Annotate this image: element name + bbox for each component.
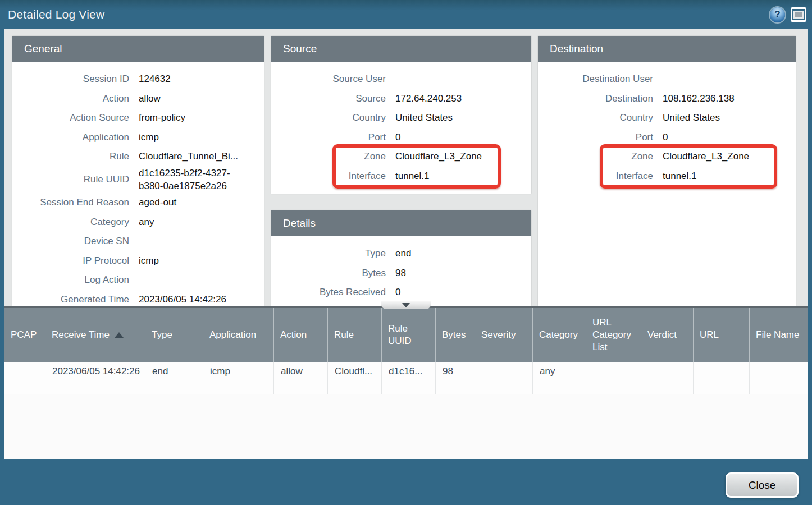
field-row-destination: Destination108.162.236.138	[538, 89, 796, 109]
column-header-severity[interactable]: Severity	[475, 308, 532, 362]
field-label: IP Protocol	[12, 255, 129, 267]
field-value: icmp	[139, 131, 159, 144]
column-header-category[interactable]: Category	[532, 308, 586, 362]
column-header-verdict[interactable]: Verdict	[641, 308, 693, 362]
field-label: Zone	[271, 151, 386, 162]
column-label: URL	[700, 329, 719, 341]
column-label: Severity	[481, 329, 516, 341]
column-header-receive-time[interactable]: Receive Time	[45, 308, 145, 362]
close-button[interactable]: Close	[726, 472, 799, 498]
column-header-url-category-list[interactable]: URL Category List	[586, 308, 641, 362]
cell-file-name	[749, 362, 808, 394]
field-value: tunnel.1	[663, 169, 697, 183]
field-row-generated-time: Generated Time2023/06/05 14:42:26	[12, 290, 264, 306]
details-panel-body: Typeend Bytes98 Bytes Received0	[271, 236, 531, 306]
title-bar-icons: ?	[770, 7, 806, 22]
field-row-country: CountryUnited States	[538, 108, 796, 128]
dialog-body: General Session ID124632 Actionallow Act…	[4, 29, 808, 459]
field-row-bytes: Bytes98	[271, 264, 531, 283]
cell-rule-uuid: d1c16...	[381, 362, 435, 394]
column-header-type[interactable]: Type	[145, 308, 203, 362]
general-panel-body: Session ID124632 Actionallow Action Sour…	[12, 62, 264, 306]
field-value: United States	[663, 111, 720, 125]
field-value: allow	[139, 92, 161, 105]
field-row-source-user: Source User	[271, 70, 531, 89]
detail-panels-area: General Session ID124632 Actionallow Act…	[4, 29, 808, 306]
field-label: Bytes Received	[271, 287, 386, 298]
cell-severity	[475, 362, 532, 394]
dialog-footer: Close	[0, 459, 812, 505]
column-header-bytes[interactable]: Bytes	[435, 308, 475, 362]
cell-url	[693, 362, 749, 394]
field-row-session-end-reason: Session End Reasonaged-out	[12, 193, 264, 213]
field-value: 108.162.236.138	[663, 92, 735, 105]
field-value: tunnel.1	[395, 169, 430, 183]
field-row-action-source: Action Sourcefrom-policy	[12, 108, 264, 128]
general-column: General Session ID124632 Actionallow Act…	[12, 36, 264, 306]
field-label: Device SN	[12, 236, 129, 247]
field-row-device-sn: Device SN	[12, 232, 264, 251]
field-label: Generated Time	[12, 294, 129, 305]
column-header-application[interactable]: Application	[203, 308, 273, 362]
field-label: Destination	[538, 93, 653, 104]
field-label: Session End Reason	[12, 197, 129, 208]
destination-panel: Destination Destination User Destination…	[538, 36, 796, 306]
field-row-application: Applicationicmp	[12, 128, 264, 148]
field-row-source: Source172.64.240.253	[271, 89, 531, 109]
field-row-port: Port0	[538, 128, 796, 148]
cell-action: allow	[273, 362, 327, 394]
column-header-action[interactable]: Action	[273, 308, 327, 362]
field-label: Source User	[271, 74, 386, 85]
field-row-type: Typeend	[271, 244, 531, 264]
field-row-zone: ZoneCloudflare_L3_Zone	[271, 147, 531, 167]
field-label: Log Action	[12, 274, 129, 286]
field-label: Source	[271, 93, 386, 104]
field-value: end	[395, 247, 411, 260]
column-label: Rule UUID	[388, 323, 432, 347]
help-icon[interactable]: ?	[770, 7, 785, 22]
field-value: 0	[395, 286, 400, 299]
cell-application: icmp	[203, 362, 273, 394]
field-row-category: Categoryany	[12, 213, 264, 232]
window-restore-icon-glyph	[793, 11, 804, 19]
cell-pcap	[4, 362, 45, 394]
field-value: 0	[663, 131, 668, 144]
column-label: Rule	[334, 329, 354, 341]
field-label: Rule UUID	[12, 174, 129, 185]
panel-collapse-handle[interactable]	[381, 301, 431, 309]
cell-verdict	[641, 362, 693, 394]
destination-panel-body: Destination User Destination108.162.236.…	[538, 62, 796, 306]
column-header-file-name[interactable]: File Name	[749, 308, 808, 362]
field-value: 124632	[139, 72, 171, 86]
column-label: Application	[209, 329, 256, 341]
column-label: Bytes	[442, 329, 466, 341]
field-value: d1c16235-b2f2-4327-b380-0ae1875e2a26	[139, 167, 248, 194]
column-header-rule-uuid[interactable]: Rule UUID	[381, 308, 435, 362]
field-label: Rule	[12, 151, 129, 162]
field-value: icmp	[139, 254, 159, 268]
field-value: 2023/06/05 14:42:26	[139, 293, 226, 306]
field-label: Interface	[271, 171, 386, 182]
cell-bytes: 98	[435, 362, 475, 394]
log-table-row[interactable]: 2023/06/05 14:42:26 end icmp allow Cloud…	[4, 362, 808, 394]
field-value: United States	[395, 111, 453, 125]
column-header-url[interactable]: URL	[693, 308, 749, 362]
column-header-pcap[interactable]: PCAP	[4, 308, 45, 362]
window-restore-icon[interactable]	[791, 7, 806, 22]
field-label: Zone	[538, 151, 653, 162]
column-label: PCAP	[11, 329, 37, 341]
field-row-country: CountryUnited States	[271, 108, 531, 128]
field-label: Category	[12, 217, 129, 228]
title-bar: Detailed Log View ?	[0, 0, 812, 29]
field-value: 98	[395, 267, 406, 280]
field-value: any	[139, 215, 154, 229]
column-label: Category	[539, 329, 578, 341]
field-row-zone: ZoneCloudflare_L3_Zone	[538, 147, 796, 167]
field-value: 172.64.240.253	[395, 92, 462, 105]
field-label: Destination User	[538, 74, 653, 85]
field-row-port: Port0	[271, 128, 531, 148]
column-header-rule[interactable]: Rule	[327, 308, 381, 362]
general-panel: General Session ID124632 Actionallow Act…	[12, 36, 264, 306]
field-label: Port	[538, 132, 653, 143]
column-label: Action	[280, 329, 307, 341]
